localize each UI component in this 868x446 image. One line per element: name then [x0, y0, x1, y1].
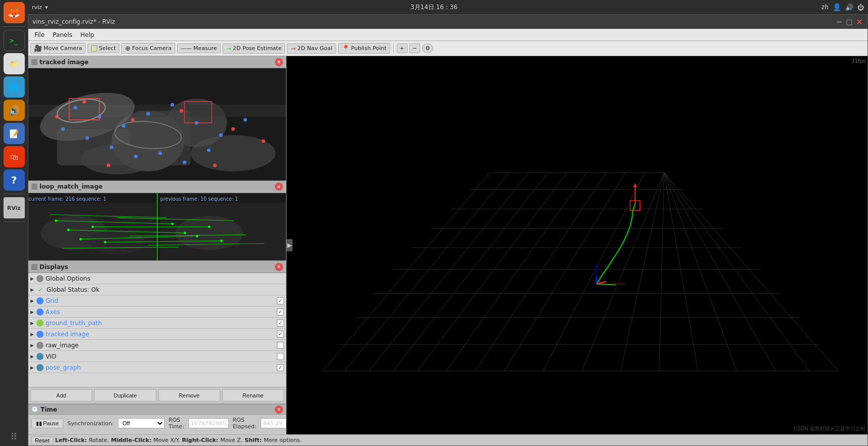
tracked-image-close-button[interactable]: ✕: [275, 58, 283, 66]
raw-image-label: raw_image: [46, 342, 277, 349]
app-dropdown[interactable]: ▾: [45, 4, 48, 11]
rename-display-button[interactable]: Rename: [222, 389, 284, 402]
grid-checkbox[interactable]: ✓: [277, 297, 284, 304]
display-item-global-status[interactable]: ▶ ✓ Global Status: Ok: [28, 284, 286, 295]
reset-button[interactable]: Reset: [31, 436, 53, 444]
global-options-label: Global Options: [46, 275, 284, 282]
right-click-label: Right-Click:: [182, 437, 219, 443]
sidebar-icon-files[interactable]: 📁: [4, 53, 25, 74]
vio-checkbox[interactable]: [277, 353, 284, 360]
time-panel-close[interactable]: ✕: [275, 406, 283, 414]
tracked-image-disp-icon: [36, 331, 44, 338]
sync-select[interactable]: Off Exact Approximate: [118, 418, 164, 428]
axes-icon: [36, 308, 44, 316]
nav-goal-icon: →: [291, 45, 296, 52]
maximize-button[interactable]: □: [845, 18, 853, 26]
title-text: vins_rviz_config.rviz* - RViz: [32, 18, 115, 25]
svg-point-13: [122, 124, 126, 127]
shift-label: Shift:: [244, 437, 262, 443]
sidebar-icon-text[interactable]: 📝: [4, 123, 25, 144]
nav-goal-label: 2D Nav Goal: [298, 45, 333, 52]
tracked-image-checkbox[interactable]: ✓: [277, 331, 284, 338]
tracked-image-disp-label: tracked image: [46, 331, 277, 338]
raw-image-icon: [36, 342, 44, 349]
loop-match-close-button[interactable]: ✕: [275, 183, 283, 191]
date-time: 3月14日 16：36: [410, 4, 458, 11]
svg-point-32: [107, 163, 110, 167]
sidebar-apps-grid[interactable]: ⠿: [11, 431, 17, 442]
global-status-label: Global Status: Ok: [47, 286, 284, 293]
vio-icon: [36, 353, 44, 360]
pose-estimate-button[interactable]: → 2D Pose Estimate: [223, 43, 285, 54]
pause-icon: ▮▮: [36, 420, 42, 427]
display-item-raw-image[interactable]: ▶ raw_image: [28, 340, 286, 351]
svg-point-60: [92, 226, 94, 228]
sidebar-icon-help[interactable]: ?: [4, 169, 25, 191]
menu-panels[interactable]: Panels: [49, 30, 76, 39]
display-item-tracked-image[interactable]: ▶ tracked image ✓: [28, 329, 286, 340]
displays-header-left: Displays: [31, 263, 68, 271]
zoom-in-button[interactable]: +: [397, 43, 407, 53]
sidebar-icon-firefox[interactable]: 🦊: [4, 2, 25, 23]
minimize-button[interactable]: ─: [835, 18, 843, 26]
remove-display-button[interactable]: Remove: [158, 389, 220, 402]
sidebar-divider-3: [3, 221, 25, 222]
display-item-axes[interactable]: ▶ Axes ✓: [28, 306, 286, 318]
tracked-image-arrow: ▶: [30, 332, 36, 337]
raw-image-checkbox[interactable]: [277, 342, 284, 349]
menu-help[interactable]: Help: [76, 30, 98, 39]
svg-point-63: [184, 232, 186, 234]
axes-checkbox[interactable]: ✓: [277, 308, 284, 316]
lang-indicator[interactable]: zh: [821, 4, 829, 11]
sidebar-icon-browser[interactable]: 🌐: [4, 76, 25, 98]
displays-panel: Displays ✕ ▶ Global Options: [28, 261, 286, 404]
grid-svg: [286, 56, 867, 434]
svg-text:previous frame: 10  sequence: : previous frame: 10 sequence: 1: [160, 196, 238, 202]
grid-icon: [36, 297, 44, 304]
time-title: Time: [40, 406, 57, 413]
displays-header: Displays ✕: [28, 261, 286, 273]
loop-match-header: loop_match_image ✕: [28, 181, 286, 193]
power-icon[interactable]: ⏻: [857, 4, 864, 11]
display-item-global-options[interactable]: ▶ Global Options: [28, 273, 286, 284]
measure-button[interactable]: —— Measure: [177, 43, 221, 53]
zoom-out-button[interactable]: −: [409, 43, 420, 53]
publish-point-button[interactable]: 📍 Publish Point: [338, 43, 390, 54]
menu-file[interactable]: File: [30, 30, 49, 39]
svg-point-59: [79, 238, 82, 240]
move-camera-button[interactable]: 🎥 Move Camera: [30, 43, 86, 54]
display-item-vio[interactable]: ▶ VIO: [28, 351, 286, 362]
svg-point-26: [82, 100, 86, 103]
display-item-ground-truth[interactable]: ▶ ground_truth_path ✓: [28, 318, 286, 329]
display-item-grid[interactable]: ▶ Grid ✓: [28, 295, 286, 306]
nav-goal-button[interactable]: → 2D Nav Goal: [287, 43, 336, 54]
volume-icon[interactable]: 🔊: [845, 4, 853, 11]
measure-icon: ——: [181, 45, 192, 52]
sidebar-icon-terminal[interactable]: >_: [4, 30, 25, 51]
select-button[interactable]: Select: [88, 43, 119, 53]
add-display-button[interactable]: Add: [30, 389, 92, 402]
pause-button[interactable]: ▮▮ Pause: [31, 419, 63, 428]
close-button[interactable]: ✕: [855, 18, 863, 26]
toolbar: 🎥 Move Camera Select ⊕ Focus Camera —— M…: [28, 41, 867, 56]
sidebar-icon-rviz[interactable]: RViz: [4, 197, 25, 218]
svg-point-17: [219, 133, 223, 137]
loop-match-header-left: loop_match_image: [31, 183, 103, 190]
sidebar-icon-store[interactable]: 🛍: [4, 146, 25, 167]
display-item-pose-graph[interactable]: ▶ pose_graph ✓: [28, 362, 286, 373]
ground-truth-checkbox[interactable]: ✓: [277, 320, 284, 327]
svg-point-33: [213, 163, 217, 167]
svg-point-29: [231, 127, 235, 130]
pose-graph-checkbox[interactable]: ✓: [277, 364, 284, 371]
left-click-label: Left-Click:: [55, 437, 87, 443]
viewport-3d[interactable]: ▶ 31fps CSDN @黑灯暗火正是学习之时: [286, 56, 867, 434]
ubuntu-sidebar: 🦊 >_ 📁 🌐 🔊 📝 🛍 ? RViz ⠿: [0, 0, 28, 446]
sidebar-icon-sound[interactable]: 🔊: [4, 100, 25, 121]
time-header-left: 🕐 Time: [31, 406, 57, 413]
expand-viewport-button[interactable]: ▶: [286, 239, 293, 251]
focus-camera-button[interactable]: ⊕ Focus Camera: [121, 43, 175, 54]
displays-close-button[interactable]: ✕: [275, 263, 283, 271]
pose-graph-icon: [36, 364, 44, 371]
settings-button[interactable]: ⚙: [422, 43, 433, 53]
duplicate-display-button[interactable]: Duplicate: [94, 389, 156, 402]
